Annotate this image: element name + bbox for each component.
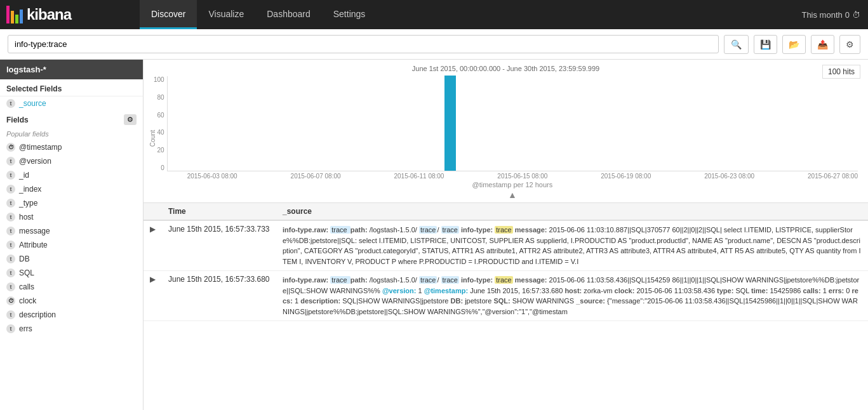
save-icon: 💾	[760, 39, 771, 50]
expand-cell: ▶	[144, 271, 162, 321]
chart-bar-col	[657, 76, 669, 171]
settings-button[interactable]: ⚙	[839, 35, 860, 54]
x-label-5: 2015-06-19 08:00	[601, 173, 651, 180]
chart-bar-col	[195, 76, 207, 171]
clock-icon: ⏱	[852, 10, 860, 20]
t-type-icon: t	[6, 255, 15, 263]
sidebar-index[interactable]: logstash-*	[0, 60, 143, 79]
chart-bar-col	[457, 76, 469, 171]
description-label: description:	[300, 297, 342, 305]
expand-button[interactable]: ▶	[150, 225, 156, 234]
sidebar-field-sql[interactable]: t SQL	[0, 266, 143, 280]
chart-bar-col	[806, 76, 818, 171]
sidebar-field-description[interactable]: t description	[0, 308, 143, 322]
fields-label: Fields	[6, 116, 29, 124]
sidebar-field-clock[interactable]: ⏱ clock	[0, 294, 143, 308]
chart-bar-col	[694, 76, 706, 171]
x-label-7: 2015-06-27 08:00	[808, 173, 858, 180]
sidebar: logstash-* Selected Fields t _source Fie…	[0, 60, 144, 410]
y-label-20: 20	[157, 147, 164, 154]
chart-title: June 1st 2015, 00:00:00.000 - June 30th …	[154, 65, 858, 72]
chart-bar-col	[420, 76, 432, 171]
y-label-80: 80	[157, 94, 164, 101]
sidebar-field-errs[interactable]: t errs	[0, 322, 143, 336]
open-button[interactable]: 📂	[782, 35, 806, 54]
chart-bar-col	[781, 76, 793, 171]
sidebar-field-source[interactable]: t _source	[0, 96, 143, 110]
results-area[interactable]: Time _source ▶ June 15th 2015, 16:57:33.…	[144, 203, 868, 410]
save-button[interactable]: 💾	[754, 35, 777, 54]
infotype-raw-label: info-type.raw:	[283, 226, 328, 234]
chart-bar-col	[432, 76, 444, 171]
search-icon: 🔍	[731, 39, 742, 50]
sidebar-field-timestamp[interactable]: ⏱ @timestamp	[0, 140, 143, 154]
chart-bar-col	[444, 76, 457, 171]
th-source[interactable]: _source	[276, 203, 868, 220]
t-type-icon: t	[6, 157, 15, 166]
y-axis-label: Count	[149, 129, 156, 147]
chart-bar-col	[469, 76, 481, 171]
table-row: ▶ June 15th 2015, 16:57:33.680 info-type…	[144, 271, 868, 321]
sidebar-field-message[interactable]: t message	[0, 224, 143, 238]
chart-bar-col	[382, 76, 394, 171]
sidebar-field-version[interactable]: t @version	[0, 154, 143, 168]
t-type-icon: t	[6, 241, 15, 249]
nav-settings[interactable]: Settings	[322, 0, 377, 29]
chart-bar-col	[257, 76, 269, 171]
t-type-icon: t	[6, 171, 15, 180]
chart-bar-col	[170, 76, 182, 171]
fields-gear-button[interactable]: ⚙	[124, 114, 137, 125]
chart-bar-col	[544, 76, 556, 171]
logo-text: kibana	[27, 6, 71, 23]
sidebar-field-type[interactable]: t _type	[0, 196, 143, 210]
search-input[interactable]: info-type:trace	[8, 35, 719, 53]
sidebar-field-host[interactable]: t host	[0, 210, 143, 224]
chart-bar-col	[370, 76, 382, 171]
path-label: path:	[351, 226, 370, 234]
expand-button[interactable]: ▶	[150, 275, 156, 284]
path-label: path:	[351, 276, 370, 284]
y-label-40: 40	[157, 129, 164, 136]
t-type-icon: t	[6, 227, 15, 235]
field-label: _index	[19, 185, 41, 194]
host-label: host:	[564, 287, 584, 294]
sidebar-field-index[interactable]: t _index	[0, 182, 143, 196]
chart-bar-col	[282, 76, 294, 171]
nav-discover[interactable]: Discover	[140, 0, 197, 29]
chart-bar-col	[557, 76, 569, 171]
chart-collapse-button[interactable]: ▲	[167, 190, 858, 200]
chart-bar-col	[531, 76, 544, 171]
nav-visualize[interactable]: Visualize	[197, 0, 255, 29]
clock-label: clock:	[615, 287, 637, 294]
nav-right: This month 0 ⏱	[794, 10, 868, 20]
th-time[interactable]: Time	[162, 203, 276, 220]
sidebar-field-attribute[interactable]: t Attribute	[0, 238, 143, 252]
sidebar-field-calls[interactable]: t calls	[0, 280, 143, 294]
chart-bar-col	[619, 76, 631, 171]
field-label: host	[19, 213, 34, 222]
trace-highlight: trace	[419, 226, 437, 234]
this-month-display[interactable]: This month 0 ⏱	[801, 10, 860, 20]
infotype-label: info-type:	[461, 226, 495, 234]
chart-bar-col	[831, 76, 843, 171]
main-layout: logstash-* Selected Fields t _source Fie…	[0, 60, 868, 410]
t-type-icon: t	[6, 282, 15, 291]
search-button[interactable]: 🔍	[724, 35, 749, 54]
source-label: _source:	[576, 297, 607, 305]
chart-bar-col	[407, 76, 419, 171]
share-button[interactable]: 📤	[811, 35, 834, 54]
chart-bars	[168, 76, 858, 171]
nav-dashboard[interactable]: Dashboard	[255, 0, 322, 29]
search-row: info-type:trace 🔍 💾 📂 📤 ⚙	[0, 29, 868, 60]
content-area: 100 hits June 1st 2015, 00:00:00.000 - J…	[144, 60, 868, 410]
sidebar-field-id[interactable]: t _id	[0, 168, 143, 182]
chart-bar-col	[681, 76, 693, 171]
chart-bar-col	[594, 76, 606, 171]
calls-label: calls:	[803, 287, 822, 294]
chart-bar-col	[719, 76, 731, 171]
th-expand	[144, 203, 162, 220]
field-label: description	[19, 310, 56, 319]
source-cell: info-type.raw: trace path: /logstash-1.5…	[276, 271, 868, 321]
version-label: @version:	[382, 287, 418, 294]
sidebar-field-db[interactable]: t DB	[0, 252, 143, 266]
